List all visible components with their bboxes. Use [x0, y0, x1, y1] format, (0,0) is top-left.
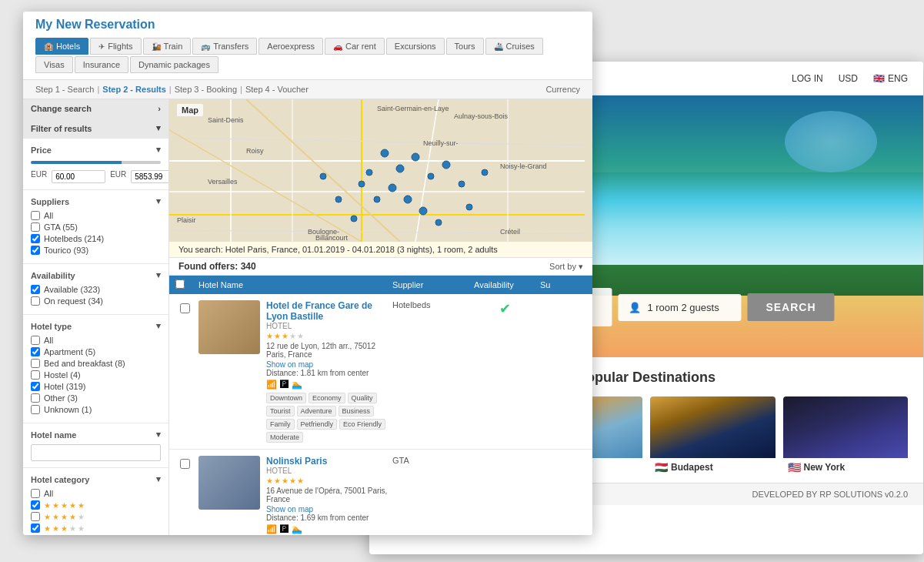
- select-all-checkbox[interactable]: [175, 279, 185, 289]
- supplier-hotelbeds: Hotelbeds (214): [31, 234, 161, 243]
- svg-point-17: [389, 184, 396, 192]
- hotel1-checkbox[interactable]: [180, 303, 190, 313]
- type-bnb-checkbox[interactable]: [31, 359, 40, 368]
- tab-excursions[interactable]: Excursions: [386, 38, 445, 55]
- supplier-gta-checkbox[interactable]: [31, 222, 40, 232]
- hero-search-button[interactable]: SEARCH: [747, 293, 834, 321]
- main-content: Change search › Filter of results ▾ Pric…: [23, 99, 592, 535]
- availability-filter-section: Availability ▾ Available (323) On reques…: [23, 264, 168, 315]
- hotel2-name[interactable]: Nolinski Paris: [266, 456, 388, 467]
- cat-5star-checkbox[interactable]: [31, 500, 40, 510]
- newyork-image: [783, 396, 909, 458]
- svg-point-15: [412, 153, 419, 161]
- price-slider[interactable]: [31, 161, 161, 164]
- avail-available: Available (323): [31, 285, 161, 294]
- hotel2-thumbnail: [198, 456, 260, 510]
- change-search-button[interactable]: Change search ›: [23, 99, 168, 118]
- tab-insurance[interactable]: Insurance: [75, 56, 128, 73]
- cat-all-checkbox[interactable]: [31, 489, 40, 498]
- supplier-tourico-checkbox[interactable]: [31, 246, 40, 255]
- svg-text:Aulnay-sous-Bois: Aulnay-sous-Bois: [454, 112, 509, 120]
- header-supplier[interactable]: Supplier: [392, 280, 469, 289]
- hotel1-name[interactable]: Hotel de France Gare de Lyon Bastille: [266, 300, 388, 322]
- suppliers-filter-body: Suppliers ▾ All GTA (55) Hotelbeds (214): [23, 190, 168, 263]
- page-title: My New Reservation: [35, 18, 580, 32]
- hotel2-map-link[interactable]: Show on map: [266, 505, 388, 513]
- sidebar: Change search › Filter of results ▾ Pric…: [23, 99, 169, 535]
- hotel1-supplier: Hotelbeds: [392, 300, 469, 309]
- type-unknown-checkbox[interactable]: [31, 405, 40, 414]
- svg-point-26: [320, 173, 326, 179]
- type-all-checkbox[interactable]: [31, 336, 40, 345]
- tab-flights[interactable]: ✈ Flights: [90, 38, 141, 55]
- destination-budapest[interactable]: 🇭🇺 Budapest: [650, 396, 776, 473]
- table-header: Hotel Name Supplier Availability Su: [169, 276, 592, 294]
- hotel1-map-link[interactable]: Show on map: [266, 360, 388, 369]
- tab-dynamic[interactable]: Dynamic packages: [130, 56, 218, 73]
- chevron-right-icon: ›: [158, 104, 161, 113]
- hotel2-wifi-icon: 📶: [266, 524, 277, 534]
- price-min-input[interactable]: [52, 170, 105, 183]
- sort-by-label[interactable]: Sort by ▾: [549, 262, 583, 272]
- header-availability[interactable]: Availability: [474, 280, 535, 289]
- destination-newyork[interactable]: 🇺🇸 New York: [783, 396, 909, 473]
- usa-flag: 🇺🇸: [788, 461, 801, 473]
- hotel-category-chevron: ▾: [156, 474, 161, 484]
- hotel1-address: 12 rue de Lyon, 12th arr., 75012 Paris, …: [266, 342, 388, 359]
- hotel-name-input[interactable]: [31, 444, 161, 461]
- price-max-currency: EUR: [110, 170, 126, 183]
- avail-on-request-checkbox[interactable]: [31, 296, 40, 306]
- supplier-hotelbeds-checkbox[interactable]: [31, 234, 40, 243]
- svg-point-27: [335, 196, 342, 202]
- front-panel: My New Reservation 🏨 Hotels ✈ Flights 🚂 …: [23, 12, 592, 535]
- availability-label[interactable]: Availability ▾: [31, 270, 161, 280]
- map-svg: Saint-Denis Aulnay-sous-Bois Noisy-le-Gr…: [169, 99, 592, 242]
- map-background[interactable]: Map: [169, 99, 592, 242]
- filter-header[interactable]: Filter of results ▾: [23, 119, 168, 138]
- hotel1-checkbox-col: [175, 300, 194, 313]
- tab-hotels[interactable]: 🏨 Hotels: [35, 38, 88, 55]
- hotel2-address: 16 Avenue de l'Opéra, 75001 Paris, Franc…: [266, 487, 388, 503]
- login-button[interactable]: LOG IN: [792, 73, 823, 84]
- price-max-input[interactable]: [131, 170, 169, 183]
- step2[interactable]: Step 2 - Results: [102, 85, 166, 94]
- language-selector[interactable]: 🇬🇧 ENG: [873, 73, 908, 84]
- tab-tours[interactable]: Tours: [446, 38, 484, 55]
- currency-selector[interactable]: USD: [839, 73, 858, 84]
- type-apartment-checkbox[interactable]: [31, 347, 40, 356]
- hotel-name-chevron: ▾: [156, 430, 161, 440]
- cat-3star-checkbox[interactable]: [31, 524, 40, 533]
- tab-transfers[interactable]: 🚌 Transfers: [192, 38, 257, 55]
- tab-cruises[interactable]: 🚢 Cruises: [485, 38, 543, 55]
- price-inputs: EUR EUR: [31, 170, 161, 183]
- hotel-category-filter-body: Hotel category ▾ All ★★★★★ ★★★★★: [23, 468, 168, 535]
- hotel2-availability: [474, 456, 535, 459]
- tab-train[interactable]: 🚂 Train: [143, 38, 192, 55]
- tab-visas[interactable]: Visas: [35, 56, 73, 73]
- cat-4star-checkbox[interactable]: [31, 512, 40, 521]
- type-other-checkbox[interactable]: [31, 393, 40, 403]
- type-hotel-checkbox[interactable]: [31, 382, 40, 391]
- guests-input[interactable]: 👤 1 room 2 guests: [618, 294, 741, 321]
- suppliers-label[interactable]: Suppliers ▾: [31, 196, 161, 206]
- header-hotel-name[interactable]: Hotel Name: [198, 280, 388, 289]
- svg-point-19: [404, 196, 412, 203]
- tab-carrent[interactable]: 🚗 Car rent: [325, 38, 385, 55]
- supplier-all-checkbox[interactable]: [31, 211, 40, 220]
- tab-aeroexpress[interactable]: Aeroexpress: [259, 38, 323, 55]
- svg-point-16: [428, 173, 434, 179]
- hotel-type-label[interactable]: Hotel type ▾: [31, 321, 161, 331]
- hotel-name-label[interactable]: Hotel name ▾: [31, 430, 161, 440]
- avail-available-checkbox[interactable]: [31, 285, 40, 294]
- hotel2-stars: ★★★★★: [266, 477, 388, 485]
- price-filter-label[interactable]: Price ▾: [31, 145, 161, 155]
- transfers-icon: 🚌: [201, 42, 210, 51]
- svg-point-24: [351, 216, 357, 222]
- hotel2-checkbox[interactable]: [180, 459, 190, 469]
- svg-text:Billancourt: Billancourt: [315, 234, 349, 242]
- hotel2-icons: 📶 🅿 🏊: [266, 524, 388, 534]
- type-hostel-checkbox[interactable]: [31, 370, 40, 380]
- step1[interactable]: Step 1 - Search: [35, 85, 94, 94]
- hotel-category-label[interactable]: Hotel category ▾: [31, 474, 161, 484]
- hotel1-pool-icon: 🏊: [292, 380, 302, 390]
